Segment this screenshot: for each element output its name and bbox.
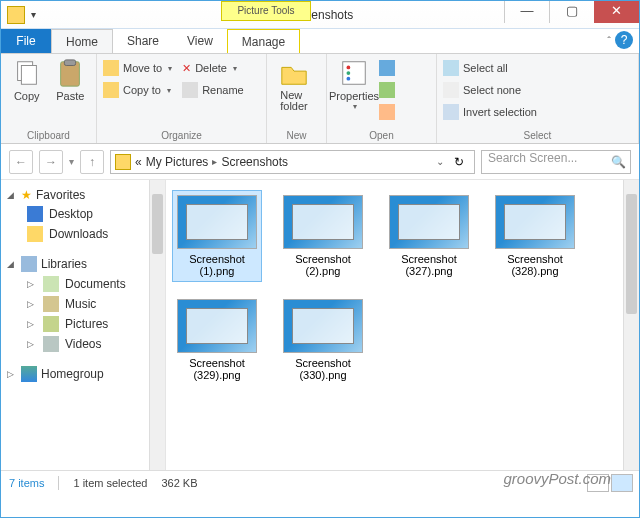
copy-button[interactable]: Copy [7, 58, 47, 102]
tab-manage[interactable]: Manage [227, 29, 300, 53]
file-item[interactable]: Screenshot (327).png [384, 190, 474, 282]
delete-icon: ✕ [182, 62, 191, 75]
expand-icon: ▷ [27, 319, 37, 329]
nav-scrollbar[interactable] [149, 180, 165, 470]
tab-home[interactable]: Home [51, 29, 113, 53]
forward-button[interactable]: → [39, 150, 63, 174]
nav-music[interactable]: ▷Music [5, 294, 161, 314]
tab-share[interactable]: Share [113, 29, 173, 53]
open-icon [379, 60, 395, 76]
nav-homegroup[interactable]: ▷Homegroup [5, 364, 161, 384]
file-list[interactable]: Screenshot (1).png Screenshot (2).png Sc… [166, 180, 639, 470]
file-name: Screenshot (330).png [283, 357, 363, 381]
group-new: New folder New [267, 54, 327, 143]
nav-videos[interactable]: ▷Videos [5, 334, 161, 354]
status-bar: 7 items 1 item selected 362 KB [1, 470, 639, 494]
minimize-button[interactable]: — [504, 1, 549, 23]
title-bar: ▾ Screenshots Picture Tools — ▢ ✕ [1, 1, 639, 29]
libraries-icon [21, 256, 37, 272]
properties-button[interactable]: Properties [333, 58, 375, 111]
details-view-button[interactable] [587, 474, 609, 492]
copy-label: Copy [14, 90, 40, 102]
close-button[interactable]: ✕ [594, 1, 639, 23]
nav-favorites[interactable]: ◢★Favorites [5, 186, 161, 204]
file-item[interactable]: Screenshot (328).png [490, 190, 580, 282]
ribbon-collapse-icon[interactable]: ˆ [607, 35, 611, 47]
group-open-label: Open [333, 130, 430, 141]
pictures-icon [43, 316, 59, 332]
copyto-button[interactable]: Copy to [103, 80, 172, 100]
selectnone-button[interactable]: Select none [443, 80, 632, 100]
refresh-button[interactable]: ↻ [448, 155, 470, 169]
group-organize-label: Organize [103, 130, 260, 141]
recent-locations-icon[interactable]: ▾ [69, 156, 74, 167]
nav-desktop[interactable]: Desktop [5, 204, 161, 224]
crumb-0[interactable]: « [135, 155, 142, 169]
content-scrollbar[interactable] [623, 180, 639, 470]
explorer-body: ◢★Favorites Desktop Downloads ◢Libraries… [1, 180, 639, 470]
file-item[interactable]: Screenshot (330).png [278, 294, 368, 386]
search-input[interactable]: Search Screen... 🔍 [481, 150, 631, 174]
qat-dropdown-icon[interactable]: ▾ [31, 9, 42, 20]
address-bar[interactable]: « My Pictures ▸ Screenshots ⌄ ↻ [110, 150, 475, 174]
invert-button[interactable]: Invert selection [443, 102, 632, 122]
nav-downloads[interactable]: Downloads [5, 224, 161, 244]
documents-icon [43, 276, 59, 292]
thumbnail-icon [283, 299, 363, 353]
edit-icon [379, 82, 395, 98]
music-icon [43, 296, 59, 312]
copy-icon [12, 58, 42, 88]
paste-label: Paste [56, 90, 84, 102]
properties-icon [339, 58, 369, 88]
tab-view[interactable]: View [173, 29, 227, 53]
newfolder-button[interactable]: New folder [273, 58, 315, 112]
up-button[interactable]: ↑ [80, 150, 104, 174]
paste-button[interactable]: Paste [51, 58, 91, 102]
desktop-icon [27, 206, 43, 222]
properties-label: Properties [329, 90, 379, 102]
nav-desktop-label: Desktop [49, 207, 93, 221]
crumb-2[interactable]: Screenshots [221, 155, 288, 169]
thumbnails-view-button[interactable] [611, 474, 633, 492]
svg-rect-3 [65, 60, 76, 66]
delete-label: Delete [195, 62, 227, 74]
svg-point-5 [347, 66, 351, 70]
address-dropdown-icon[interactable]: ⌄ [436, 156, 444, 167]
nav-homegroup-label: Homegroup [41, 367, 104, 381]
context-tools-label: Picture Tools [221, 1, 311, 21]
nav-documents[interactable]: ▷Documents [5, 274, 161, 294]
nav-documents-label: Documents [65, 277, 126, 291]
group-select: Select all Select none Invert selection … [437, 54, 639, 143]
location-folder-icon [115, 154, 131, 170]
newfolder-label: New folder [280, 90, 308, 112]
selectall-button[interactable]: Select all [443, 58, 632, 78]
maximize-button[interactable]: ▢ [549, 1, 594, 23]
moveto-button[interactable]: Move to [103, 58, 172, 78]
open-button[interactable] [379, 58, 395, 78]
crumb-1[interactable]: My Pictures [146, 155, 209, 169]
nav-libraries[interactable]: ◢Libraries [5, 254, 161, 274]
file-item[interactable]: Screenshot (329).png [172, 294, 262, 386]
ribbon-tabs: File Home Share View Manage ˆ ? [1, 29, 639, 54]
help-icon[interactable]: ? [615, 31, 633, 49]
copyto-label: Copy to [123, 84, 161, 96]
tab-file[interactable]: File [1, 29, 51, 53]
expand-icon: ▷ [7, 369, 17, 379]
history-button[interactable] [379, 102, 395, 122]
back-button[interactable]: ← [9, 150, 33, 174]
delete-button[interactable]: ✕Delete [182, 58, 244, 78]
downloads-icon [27, 226, 43, 242]
nav-pictures[interactable]: ▷Pictures [5, 314, 161, 334]
file-name: Screenshot (327).png [389, 253, 469, 277]
expand-icon: ▷ [27, 279, 37, 289]
selectnone-label: Select none [463, 84, 521, 96]
folder-icon [279, 58, 309, 88]
edit-button[interactable] [379, 80, 395, 100]
collapse-icon: ◢ [7, 190, 17, 200]
thumbnail-icon [177, 299, 257, 353]
chevron-right-icon[interactable]: ▸ [212, 156, 217, 167]
thumbnail-icon [177, 195, 257, 249]
file-item[interactable]: Screenshot (1).png [172, 190, 262, 282]
rename-button[interactable]: Rename [182, 80, 244, 100]
file-item[interactable]: Screenshot (2).png [278, 190, 368, 282]
